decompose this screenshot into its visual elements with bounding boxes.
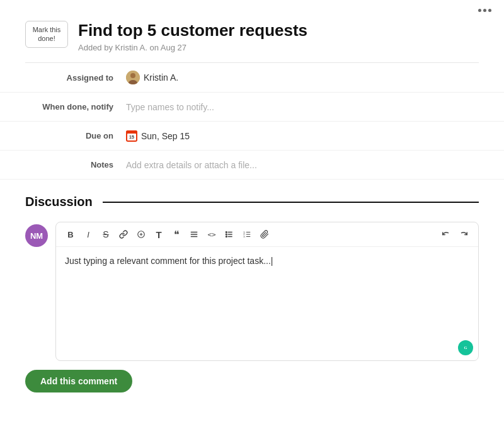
comment-area: NM B I S T ❝ <> [25, 222, 479, 361]
code-button[interactable]: <> [203, 226, 220, 243]
calendar-icon[interactable]: 15 [126, 130, 137, 142]
quote-button[interactable]: ❝ [168, 226, 185, 243]
italic-button[interactable]: I [80, 226, 96, 243]
svg-point-1 [130, 73, 135, 78]
assigned-label: Assigned to [25, 73, 126, 83]
due-value: 15 Sun, Sep 15 [126, 130, 190, 142]
notify-row: When done, notify Type names to notify..… [0, 93, 504, 122]
notify-label: When done, notify [25, 102, 126, 112]
undo-button[interactable] [438, 226, 454, 243]
comment-text: Just typing a relevant comment for this … [65, 256, 271, 266]
more-options-button[interactable] [476, 6, 494, 14]
attach-button[interactable] [256, 226, 273, 243]
assigned-value: Kristin A. [126, 71, 178, 84]
discussion-section: Discussion NM B I S T ❝ [0, 180, 504, 361]
strikethrough-button[interactable]: S [98, 226, 114, 243]
discussion-title: Discussion [25, 195, 93, 209]
bullet-list-button[interactable] [221, 226, 238, 243]
task-meta: Added by Kristin A. on Aug 27 [78, 43, 307, 52]
svg-point-9 [226, 234, 227, 235]
notes-row: Notes Add extra details or attach a file… [0, 151, 504, 180]
notify-input[interactable]: Type names to notify... [126, 102, 214, 112]
heading-button[interactable]: T [151, 226, 167, 243]
svg-point-11 [226, 236, 227, 238]
bold-button[interactable]: B [62, 226, 79, 243]
svg-text:G: G [464, 346, 467, 350]
due-label: Due on [25, 131, 126, 140]
numbered-list-button[interactable]: 1.2.3. [239, 226, 255, 243]
top-bar [0, 0, 504, 21]
link-button[interactable] [115, 226, 132, 243]
editor-wrapper: Just typing a relevant comment for this … [56, 247, 478, 360]
notes-label: Notes [25, 160, 126, 169]
discussion-header: Discussion [25, 195, 479, 209]
add-comment-button[interactable]: Add this comment [25, 370, 132, 392]
notes-input[interactable]: Add extra details or attach a file... [126, 160, 257, 170]
assigned-to-row: Assigned to Kristin A. [0, 63, 504, 93]
highlight-button[interactable] [133, 226, 149, 243]
commenter-avatar: NM [25, 224, 48, 247]
svg-point-7 [226, 232, 227, 233]
task-title-section: Find top 5 customer requests Added by Kr… [78, 21, 307, 52]
due-on-row: Due on 15 Sun, Sep 15 [0, 122, 504, 151]
comment-editor[interactable]: Just typing a relevant comment for this … [56, 247, 478, 360]
submit-area: Add this comment [0, 361, 504, 405]
svg-text:3.: 3. [243, 235, 245, 238]
task-header: Mark this done! Find top 5 customer requ… [0, 21, 504, 62]
task-title: Find top 5 customer requests [78, 21, 307, 40]
align-button[interactable] [186, 226, 202, 243]
editor-toolbar: B I S T ❝ <> [56, 222, 478, 247]
discussion-line [103, 202, 479, 203]
grammarly-button[interactable]: G [458, 340, 473, 355]
redo-button[interactable] [455, 226, 472, 243]
editor-container: B I S T ❝ <> [55, 222, 479, 361]
avatar [126, 71, 140, 84]
mark-done-button[interactable]: Mark this done! [25, 21, 68, 48]
